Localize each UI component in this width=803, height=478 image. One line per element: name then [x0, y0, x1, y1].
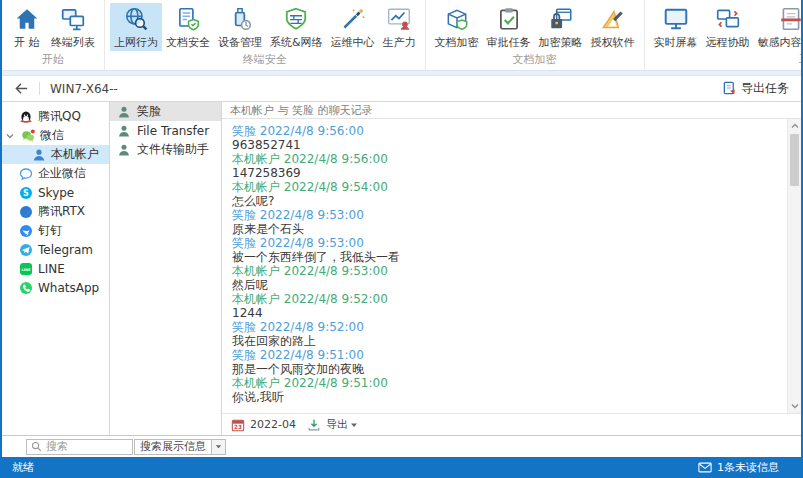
sidebar-item-whatsapp[interactable]: WhatsApp	[2, 278, 109, 297]
search-input[interactable]: 搜索	[26, 439, 133, 455]
message-text: 1244	[232, 306, 787, 320]
ribbon-button-label: 敏感内容扫描	[758, 35, 803, 50]
message-sender-time: 本机帐户 2022/4/8 9:56:00	[232, 152, 787, 166]
status-bar: 就绪 1条未读信息	[2, 457, 801, 478]
chat-message: 笑脸 2022/4/8 9:51:00那是一个风雨交加的夜晚	[232, 348, 787, 376]
chat-message: 本机帐户 2022/4/8 9:54:00怎么呢?	[232, 180, 787, 208]
chat-panel: 本机帐户 与 笑脸 的聊天记录 笑脸 2022/4/8 9:56:0096385…	[222, 102, 801, 435]
ribbon-button-licensed-software[interactable]: 授权软件	[587, 3, 639, 51]
ribbon-button-productivity[interactable]: 生产力	[379, 3, 420, 51]
ribbon-button-remote-assist[interactable]: 远程协助	[702, 3, 754, 51]
message-text: 然后呢	[232, 278, 787, 292]
contact-label: File Transfer	[137, 124, 209, 138]
ribbon-button-encrypt-policy[interactable]: 加密策略	[535, 3, 587, 51]
ops-center-icon	[340, 6, 366, 32]
message-sender-time: 笑脸 2022/4/8 9:56:00	[232, 124, 787, 138]
rtx-icon	[19, 205, 33, 219]
ribbon-button-system-network[interactable]: 系统&网络	[266, 3, 327, 51]
ribbon-button-terminal-list[interactable]: 终端列表	[47, 3, 99, 51]
message-sender-time: 本机帐户 2022/4/8 9:52:00	[232, 292, 787, 306]
sidebar-item-wechat[interactable]: 微信	[2, 126, 109, 145]
ribbon-button-label: 上网行为	[114, 35, 158, 50]
combo-arrow-cell[interactable]	[211, 440, 225, 454]
ribbon-button-sensitive-scan[interactable]: 敏感内容扫描	[754, 3, 803, 51]
qq-icon	[19, 110, 33, 124]
ribbon-button-label: 授权软件	[591, 35, 635, 50]
unread-indicator[interactable]: 1条未读信息	[698, 460, 791, 475]
ribbon-group: 上网行为文档安全设备管理系统&网络运维中心生产力终端安全	[105, 0, 426, 70]
message-text: 被一个东西绊倒了，我低头一看	[232, 250, 787, 264]
message-sender-time: 笑脸 2022/4/8 9:51:00	[232, 348, 787, 362]
scroll-down-icon[interactable]	[790, 401, 800, 411]
license-icon	[600, 6, 626, 32]
sidebar-item-label: 本机帐户	[51, 146, 99, 163]
unread-label: 1条未读信息	[717, 460, 779, 475]
message-sender-time: 笑脸 2022/4/8 9:53:00	[232, 236, 787, 250]
policy-icon	[548, 6, 574, 32]
svg-text:LINE: LINE	[21, 268, 31, 272]
ribbon-button-label: 审批任务	[487, 35, 531, 50]
scrollbar-thumb[interactable]	[790, 134, 799, 186]
contact-label: 文件传输助手	[137, 141, 209, 158]
search-bar: 搜索 搜索展示信息	[2, 435, 801, 457]
date-filter[interactable]: 2022-04	[250, 418, 296, 431]
ribbon-button-device-mgmt[interactable]: 设备管理	[214, 3, 266, 51]
search-icon	[31, 441, 42, 452]
scroll-up-icon[interactable]	[790, 121, 800, 131]
next-page-icon[interactable]	[761, 419, 773, 431]
sidebar-item-dingtalk[interactable]: 钉钉	[2, 221, 109, 240]
message-text: 我在回家的路上	[232, 334, 787, 348]
contact-file-transfer[interactable]: File Transfer	[110, 121, 221, 140]
sidebar-item-label: Telegram	[38, 243, 93, 257]
download-icon	[307, 418, 321, 432]
ribbon-group-label: 终端安全	[107, 51, 423, 70]
calendar-icon[interactable]: 23	[231, 418, 245, 432]
ribbon-button-start[interactable]: 开 始	[7, 3, 47, 51]
ribbon-button-label: 实时屏幕	[654, 35, 698, 50]
chat-message: 本机帐户 2022/4/8 9:56:00147258369	[232, 152, 787, 180]
app-window: 开 始终端列表开始上网行为文档安全设备管理系统&网络运维中心生产力终端安全文档加…	[0, 0, 803, 478]
contact-smiley[interactable]: 笑脸	[110, 102, 221, 121]
sidebar-item-rtx[interactable]: 腾讯RTX	[2, 202, 109, 221]
last-page-icon[interactable]	[780, 419, 792, 431]
ribbon-group: 文档加密审批任务加密策略授权软件文档加密	[426, 0, 645, 70]
chat-record-title: 本机帐户 与 笑脸 的聊天记录	[222, 102, 801, 119]
sidebar-item-telegram[interactable]: Telegram	[2, 240, 109, 259]
contact-file-transfer-helper[interactable]: 文件传输助手	[110, 140, 221, 159]
ribbon-button-realtime-screen[interactable]: 实时屏幕	[650, 3, 702, 51]
ribbon-button-ops-center[interactable]: 运维中心	[327, 3, 379, 51]
home-icon	[14, 6, 40, 32]
terminal-title: WIN7-X64--	[50, 82, 118, 96]
ribbon-button-approval-tasks[interactable]: 审批任务	[483, 3, 535, 51]
svg-text:23: 23	[234, 424, 242, 430]
sidebar-item-local-account[interactable]: 本机帐户	[2, 145, 109, 164]
sidebar-item-label: WhatsApp	[38, 281, 99, 295]
sidebar-item-label: 腾讯RTX	[38, 203, 85, 220]
main-area: 腾讯QQ微信本机帐户企业微信SSkype腾讯RTX钉钉TelegramLINEL…	[2, 102, 801, 435]
sidebar-item-line[interactable]: LINELINE	[2, 259, 109, 278]
export-chat-button[interactable]: 导出	[326, 417, 358, 432]
ribbon-group-label: 开始	[4, 51, 102, 70]
sidebar-item-skype[interactable]: SSkype	[2, 183, 109, 202]
system-network-icon	[283, 6, 309, 32]
ribbon-button-label: 设备管理	[218, 35, 262, 50]
chat-scrollbar[interactable]	[787, 119, 801, 413]
back-arrow-icon[interactable]	[14, 81, 29, 96]
ribbon-button-doc-security[interactable]: 文档安全	[162, 3, 214, 51]
ribbon-button-doc-encrypt[interactable]: 文档加密	[431, 3, 483, 51]
ribbon-group-label: 工具	[647, 51, 803, 70]
ribbon-button-label: 开 始	[14, 35, 40, 50]
status-text: 就绪	[12, 460, 34, 475]
export-task-button[interactable]: 导出任务	[722, 80, 789, 97]
ribbon-button-web-activity[interactable]: 上网行为	[110, 3, 162, 51]
message-text: 原来是个石头	[232, 222, 787, 236]
sidebar-item-qq[interactable]: 腾讯QQ	[2, 107, 109, 126]
chevron-down-icon	[5, 131, 15, 141]
sidebar-item-wecom[interactable]: 企业微信	[2, 164, 109, 183]
display-filter-dropdown[interactable]: 搜索展示信息	[134, 439, 226, 455]
ribbon-button-label: 系统&网络	[270, 35, 323, 50]
chat-message: 笑脸 2022/4/8 9:56:00963852741	[232, 124, 787, 152]
dropdown-arrow-icon	[350, 421, 358, 429]
contact-icon	[117, 143, 131, 157]
ribbon-group-label: 文档加密	[428, 51, 642, 70]
